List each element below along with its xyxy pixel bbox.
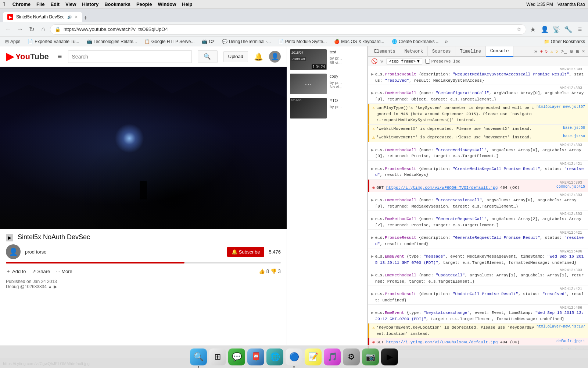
dock-item-safari[interactable]: 🌐 — [266, 348, 283, 365]
home-button[interactable]: ⌂ — [38, 24, 49, 35]
history-menu[interactable]: History — [82, 1, 98, 7]
bookmark-oz[interactable]: 📺 Oz — [200, 38, 216, 45]
people-menu[interactable]: People — [136, 1, 152, 7]
share-button[interactable]: ↗ Share — [32, 267, 50, 276]
youtube-search-input[interactable] — [68, 50, 192, 63]
dock-item-terminal[interactable]: ▶ — [381, 348, 398, 365]
add-to-button[interactable]: ＋ Add to — [6, 266, 26, 276]
channel-avatar[interactable]: 👤 — [6, 244, 21, 259]
video-area[interactable] — [0, 67, 287, 229]
msg-arrow-12[interactable]: ▶ — [371, 254, 374, 259]
preserve-log-checkbox[interactable]: Preserve log — [425, 59, 460, 64]
bookmark-apps[interactable]: ⊞ Apps — [3, 38, 22, 45]
console-msg-7[interactable]: VM2412:421 ▶ e…s.PromiseResult {descript… — [368, 161, 588, 180]
msg-arrow-2[interactable]: ▶ — [371, 91, 374, 95]
youtube-menu-button[interactable]: ≡ — [58, 52, 62, 61]
extensions-button[interactable]: ★ — [528, 24, 538, 35]
devtools-tab-elements[interactable]: Elements — [370, 46, 400, 57]
subscribe-button[interactable]: 🔔 Subscribe — [227, 247, 265, 257]
channel-name[interactable]: prod torso — [25, 249, 223, 255]
msg-arrow-6[interactable]: ▶ — [371, 148, 374, 152]
dock-item-photos[interactable]: 📷 — [362, 348, 379, 365]
msg-location-3[interactable]: html5player-new.js:397 — [537, 105, 585, 109]
console-messages[interactable]: VM2412:393 ▶ e…s.PromiseResult {descript… — [368, 66, 588, 349]
bookmark-terminal[interactable]: 💬 UsingTheTerminal -... — [220, 38, 273, 45]
rec-video-1[interactable]: 2015/07 Audio On 1:04:24 test by pr... 6… — [290, 49, 365, 70]
dock-item-settings[interactable]: ⚙ — [343, 348, 360, 365]
msg-location-16[interactable]: html5player-new.js:187 — [537, 325, 585, 329]
devtools-tab-sources[interactable]: Sources — [428, 46, 455, 57]
edit-menu[interactable]: Edit — [50, 1, 60, 7]
devtools-close-icon[interactable]: × — [581, 47, 587, 56]
devtools-prompt-icon[interactable]: >_ — [559, 47, 569, 56]
chrome-menu-button[interactable]: ≡ — [575, 24, 585, 35]
bookmark-macos[interactable]: 🍎 Mac OS X keyboard... — [332, 38, 386, 45]
dock-item-messages[interactable]: 💬 — [228, 348, 245, 365]
cast-button[interactable]: 📡 — [551, 24, 562, 35]
msg-arrow-15[interactable]: ▶ — [371, 310, 374, 315]
bookmark-create[interactable]: 🌐 Create bookmarks ... — [390, 38, 442, 45]
msg-arrow-11[interactable]: ▶ — [371, 235, 374, 240]
other-bookmarks[interactable]: 📁 Other Bookmarks — [544, 39, 585, 44]
apple-menu[interactable]:  — [3, 1, 5, 8]
dock-item-finder[interactable]: 🔍 — [190, 348, 207, 365]
bookmark-technologies[interactable]: 📺 Technologies Relate... — [85, 38, 139, 45]
more-button[interactable]: ··· More — [56, 267, 72, 276]
console-clear-button[interactable]: 🚫 — [371, 58, 377, 64]
profile-button[interactable]: 🔧 — [563, 24, 573, 35]
back-button[interactable]: ← — [3, 24, 13, 35]
devtools-tab-network[interactable]: Network — [400, 46, 428, 57]
console-msg-1[interactable]: VM2412:393 ▶ e…s.PromiseResult {descript… — [368, 66, 588, 85]
console-msg-10[interactable]: VM2412:393 ▶ e…s.EmeMethodCall {name: "G… — [368, 211, 588, 230]
dock-item-launchpad[interactable]: ⊞ — [209, 348, 226, 365]
msg-location-4[interactable]: base.js:50 — [563, 126, 585, 130]
file-menu[interactable]: File — [36, 1, 44, 7]
preserve-log-input[interactable] — [425, 59, 430, 64]
msg-arrow-9[interactable]: ▶ — [371, 198, 374, 202]
console-msg-8[interactable]: VM2412:393 ⊗ GET https://i.ytimg.com/vi/… — [368, 180, 588, 192]
user-avatar-nav[interactable]: 👤 — [539, 24, 550, 35]
like-button[interactable]: 👍 8 — [259, 268, 269, 274]
view-menu[interactable]: View — [65, 1, 76, 7]
address-input[interactable] — [64, 26, 513, 32]
dock-item-chrome[interactable]: 🔵 — [286, 348, 302, 365]
dock-item-mail[interactable]: 📮 — [247, 348, 264, 365]
frame-selector[interactable]: <top frame> ▼ — [386, 58, 422, 65]
refresh-button[interactable]: ↻ — [26, 24, 37, 35]
bookmark-pinto[interactable]: 📄 Pinto Module Syste... — [276, 38, 329, 45]
dock-item-notes[interactable]: 📝 — [305, 348, 322, 365]
youtube-upload-button[interactable]: Upload — [223, 51, 248, 62]
devtools-tab-console[interactable]: Console — [486, 46, 513, 57]
youtube-notification-bell[interactable]: 🔔 — [254, 52, 263, 61]
console-msg-4[interactable]: ⚠ 'webkitMovementX' is deprecated. Pleas… — [368, 125, 588, 134]
bookmarks-menu[interactable]: Bookmarks — [104, 1, 130, 7]
tab-close-button[interactable]: × — [75, 14, 78, 20]
video-progress-bar[interactable] — [6, 262, 281, 263]
youtube-search-button[interactable]: 🔍 — [198, 50, 218, 63]
console-msg-5[interactable]: ⚠ 'webkitMovementY' is deprecated. Pleas… — [368, 133, 588, 142]
console-msg-13[interactable]: VM2412:393 ▶ e…s.EmeMethodCall {name: "U… — [368, 267, 588, 286]
devtools-settings-icon[interactable]: ⚙ — [569, 47, 574, 56]
console-msg-3[interactable]: ⚠ canPlayType()'s 'keySystem' parameter … — [368, 104, 588, 125]
console-msg-11[interactable]: VM2412:421 ▶ e…s.PromiseResult {descript… — [368, 230, 588, 248]
msg-location-17[interactable]: default.jpg:1 — [556, 339, 585, 343]
console-msg-12[interactable]: VM2412:406 ▶ e…s.EmeEvent {type: "messag… — [368, 248, 588, 267]
dislike-button[interactable]: 👎 3 — [270, 268, 281, 274]
msg-arrow-13[interactable]: ▶ — [371, 273, 374, 277]
bookmark-exported-variable[interactable]: 📄 Exported Variable Tu... — [25, 38, 81, 45]
forward-button[interactable]: → — [15, 24, 25, 35]
chrome-menu[interactable]: Chrome — [12, 1, 31, 7]
console-msg-6[interactable]: VM2412:393 ▶ e…s.EmeMethodCall {name: "C… — [368, 142, 588, 161]
active-tab[interactable]: ▶ Sintel5x NoAuth DevSec 🔊 × — [3, 12, 82, 22]
devtools-tab-timeline[interactable]: Timeline — [455, 46, 486, 57]
debug-expand[interactable]: ▲ ▶ — [48, 284, 57, 289]
youtube-logo[interactable]: ▶ YouTube — [6, 50, 49, 63]
new-tab-button[interactable]: + — [84, 14, 88, 22]
msg-arrow-1[interactable]: ▶ — [371, 72, 374, 77]
msg-location-5[interactable]: base.js:50 — [563, 134, 585, 138]
msg-arrow-14[interactable]: ▶ — [371, 291, 374, 296]
console-filter-button[interactable]: ▽ — [380, 58, 383, 64]
rec-video-3[interactable]: 2014/06... YTO by pr... — [290, 98, 365, 118]
devtools-more-tabs[interactable]: » — [533, 47, 539, 56]
console-msg-2[interactable]: VM2412:393 ▶ e…s.EmeMethodCall {name: "G… — [368, 85, 588, 104]
